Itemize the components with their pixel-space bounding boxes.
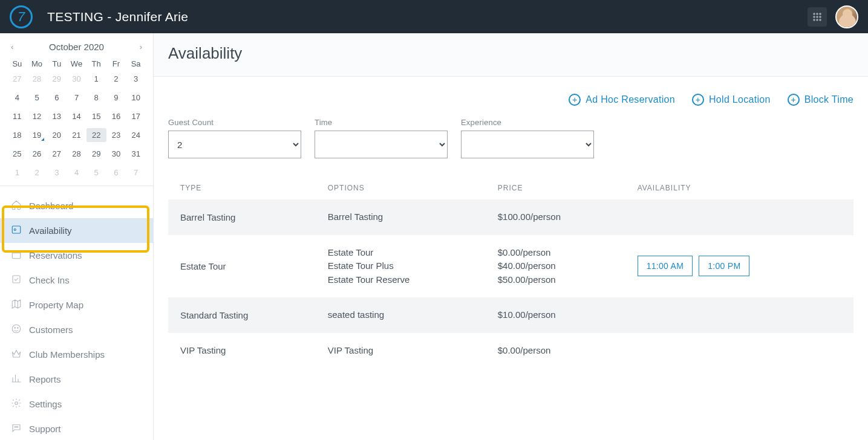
calendar-day[interactable]: 25 [7, 147, 27, 161]
cell-availability [625, 333, 853, 369]
calendar-day[interactable]: 23 [106, 128, 126, 142]
sidebar-item-label: Club Memberships [29, 349, 105, 360]
calendar-day[interactable]: 27 [7, 72, 27, 86]
svg-point-14 [15, 328, 16, 329]
hold-location-button[interactable]: + Hold Location [692, 94, 771, 106]
reports-icon [11, 373, 22, 386]
calendar-day[interactable]: 8 [86, 91, 106, 105]
calendar-day[interactable]: 21 [67, 128, 86, 142]
calendar-day[interactable]: 11 [7, 109, 27, 123]
svg-rect-11 [12, 251, 21, 259]
calendar-day[interactable]: 26 [27, 147, 47, 161]
experience-label: Experience [461, 118, 594, 127]
calendar-day[interactable]: 15 [86, 109, 106, 123]
guest-count-select[interactable]: 2 [168, 131, 301, 158]
calendar-day[interactable]: 20 [47, 128, 67, 142]
calendar-day[interactable]: 4 [67, 166, 86, 180]
calendar-day[interactable]: 4 [7, 91, 27, 105]
calendar-prev-icon[interactable]: ‹ [7, 42, 17, 51]
calendar-day[interactable]: 19 [27, 128, 47, 142]
calendar-dow: Su [7, 59, 27, 68]
svg-point-18 [16, 427, 16, 427]
calendar-day[interactable]: 17 [126, 109, 146, 123]
user-avatar[interactable] [835, 5, 858, 28]
calendar-dow: Fr [106, 59, 126, 68]
calendar-day[interactable]: 28 [27, 72, 47, 86]
calendar-day[interactable]: 24 [126, 128, 146, 142]
svg-point-17 [15, 427, 15, 427]
svg-rect-9 [12, 226, 21, 233]
calendar-day[interactable]: 27 [47, 147, 67, 161]
calendar-day[interactable]: 6 [47, 91, 67, 105]
sidebar-item-label: Property Map [29, 300, 83, 310]
sidebar-item-availability[interactable]: Availability [0, 218, 153, 243]
calendar-day[interactable]: 2 [27, 166, 47, 180]
cell-options: Estate TourEstate Tour PlusEstate Tour R… [316, 235, 486, 298]
time-slot-button[interactable]: 1:00 PM [699, 256, 749, 276]
sidebar-item-club[interactable]: Club Memberships [0, 342, 153, 367]
cell-type: Standard Tasting [168, 297, 316, 333]
calendar-day[interactable]: 12 [27, 109, 47, 123]
svg-point-19 [18, 427, 18, 427]
svg-point-10 [14, 229, 16, 231]
calendar-day[interactable]: 1 [86, 72, 106, 86]
cell-price: $0.00/person$40.00/person$50.00/person [486, 235, 625, 298]
calendar-day[interactable]: 3 [126, 72, 146, 86]
table-row: Standard Tastingseated tasting$10.00/per… [168, 297, 853, 333]
sidebar-item-label: Support [29, 424, 61, 434]
sidebar-item-customers[interactable]: Customers [0, 317, 153, 342]
sidebar-item-propertymap[interactable]: Property Map [0, 293, 153, 317]
svg-point-2 [820, 13, 821, 15]
sidebar-item-support[interactable]: Support [0, 416, 153, 440]
propertymap-icon [11, 299, 22, 311]
calendar-day[interactable]: 29 [86, 147, 106, 161]
calendar-day[interactable]: 29 [47, 72, 67, 86]
support-icon [11, 422, 22, 435]
calendar-day[interactable]: 5 [27, 91, 47, 105]
calendar-day[interactable]: 30 [67, 72, 86, 86]
calendar-day[interactable]: 28 [67, 147, 86, 161]
calendar-day[interactable]: 1 [7, 166, 27, 180]
calendar-day[interactable]: 13 [47, 109, 67, 123]
calendar-day[interactable]: 10 [126, 91, 146, 105]
calendar-day[interactable]: 14 [67, 109, 86, 123]
calendar-day[interactable]: 3 [47, 166, 67, 180]
cell-availability [625, 297, 853, 333]
page-header: Availability [154, 33, 868, 77]
calendar-day[interactable]: 18 [7, 128, 27, 142]
calendar-day[interactable]: 9 [106, 91, 126, 105]
calendar-day[interactable]: 22 [86, 128, 106, 142]
block-time-button[interactable]: + Block Time [788, 94, 853, 106]
sidebar-item-reports[interactable]: Reports [0, 367, 153, 392]
sidebar-item-reservations[interactable]: Reservations [0, 243, 153, 268]
sidebar-item-label: Reservations [29, 250, 82, 260]
time-slot-button[interactable]: 11:00 AM [638, 256, 693, 276]
svg-point-8 [820, 19, 821, 21]
sidebar-item-checkins[interactable]: Check Ins [0, 268, 153, 293]
calendar-day[interactable]: 16 [106, 109, 126, 123]
cell-price: $10.00/person [486, 297, 625, 333]
experience-select[interactable] [461, 131, 594, 158]
calendar-day[interactable]: 2 [106, 72, 126, 86]
svg-point-1 [817, 13, 818, 15]
calendar-dow: Mo [27, 59, 47, 68]
calendar-day[interactable]: 30 [106, 147, 126, 161]
calendar-day[interactable]: 6 [106, 166, 126, 180]
calendar-next-icon[interactable]: › [136, 42, 146, 51]
calendar-day[interactable]: 7 [126, 166, 146, 180]
time-select[interactable] [315, 131, 448, 158]
ad-hoc-reservation-button[interactable]: + Ad Hoc Reservation [569, 94, 675, 106]
top-bar: TESTING - Jennifer Arie [0, 0, 868, 33]
cell-options: seated tasting [316, 297, 486, 333]
calendar-day[interactable]: 5 [86, 166, 106, 180]
sidebar-item-settings[interactable]: Settings [0, 392, 153, 416]
sidebar-nav: DashboardAvailabilityReservationsCheck I… [0, 186, 153, 440]
calendar-day[interactable]: 31 [126, 147, 146, 161]
calendar-day[interactable]: 7 [67, 91, 86, 105]
apps-grid-icon[interactable] [808, 7, 827, 27]
cell-type: VIP Tasting [168, 333, 316, 369]
sidebar-item-dashboard[interactable]: Dashboard [0, 193, 153, 218]
svg-point-13 [12, 325, 21, 333]
action-label: Hold Location [709, 94, 771, 105]
table-row: VIP TastingVIP Tasting$0.00/person [168, 333, 853, 369]
